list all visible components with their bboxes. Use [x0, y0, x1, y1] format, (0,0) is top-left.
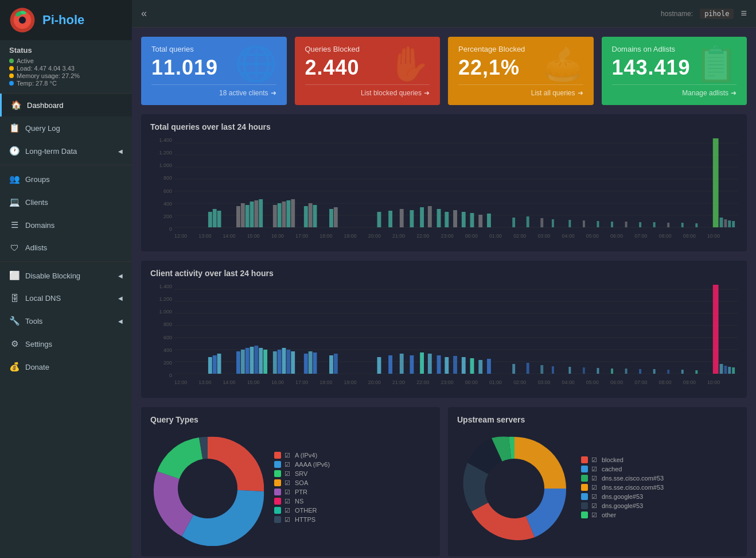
- nav-label-dashboard: Dashboard: [27, 101, 64, 110]
- legend-check: ☑: [285, 507, 291, 514]
- stat-footer-total-queries[interactable]: 18 active clients ➜: [151, 84, 276, 97]
- nav-icon-donate: 💰: [9, 362, 20, 372]
- sidebar-item-settings[interactable]: ⚙ Settings: [0, 332, 132, 355]
- svg-rect-26: [291, 199, 295, 227]
- svg-rect-127: [487, 359, 491, 374]
- menu-icon[interactable]: ≡: [741, 7, 747, 20]
- svg-text:06:00: 06:00: [610, 233, 623, 239]
- legend-check: ☑: [285, 516, 291, 523]
- upstream-donut: [457, 431, 572, 546]
- sidebar: Pi-hole Status Active Load: 4.47 4.04 3.…: [0, 0, 132, 558]
- svg-rect-118: [410, 355, 414, 374]
- sidebar-item-localdns[interactable]: 🗄 Local DNS ◀: [0, 287, 132, 309]
- legend-color: [274, 498, 281, 505]
- legend-item-ns: ☑ NS: [274, 498, 330, 505]
- svg-rect-23: [278, 203, 282, 227]
- collapse-button[interactable]: «: [141, 7, 147, 20]
- sidebar-item-dashboard[interactable]: 🏠 Dashboard: [0, 94, 132, 117]
- svg-point-170: [178, 459, 237, 518]
- svg-text:16:00: 16:00: [271, 379, 284, 385]
- sidebar-item-longterm[interactable]: 🕐 Long-term Data ◀: [0, 140, 132, 162]
- nav-label-domains: Domains: [25, 221, 54, 230]
- svg-rect-136: [625, 369, 628, 374]
- svg-text:21:00: 21:00: [392, 379, 405, 385]
- svg-text:22:00: 22:00: [416, 233, 429, 239]
- stat-arrow-queries-blocked: ➜: [424, 89, 430, 97]
- sidebar-item-disable[interactable]: ⬜ Disable Blocking ◀: [0, 264, 132, 287]
- svg-rect-24: [282, 202, 286, 227]
- svg-rect-129: [527, 363, 529, 374]
- svg-rect-59: [713, 138, 719, 227]
- svg-rect-128: [512, 364, 515, 374]
- legend-check: ☑: [285, 489, 291, 495]
- upstream-legend-item-blocked: ☑ blocked: [581, 456, 664, 463]
- svg-rect-102: [254, 346, 258, 374]
- stat-footer-domains-adlists[interactable]: Manage adlists ➜: [612, 84, 737, 97]
- legend-label: dns.sse.cisco.com#53: [602, 484, 664, 491]
- sidebar-item-groups[interactable]: 👥 Groups: [0, 168, 132, 191]
- sidebar-item-donate[interactable]: 💰 Donate: [0, 355, 132, 378]
- legend-check: ☑: [591, 493, 598, 500]
- sidebar-item-domains[interactable]: ☰ Domains: [0, 214, 132, 237]
- sidebar-item-clients[interactable]: 💻 Clients: [0, 191, 132, 214]
- nav-icon-settings: ⚙: [9, 339, 20, 349]
- query-types-card: Query Types: [141, 407, 440, 556]
- legend-check: ☑: [591, 484, 598, 491]
- stat-footer-queries-blocked[interactable]: List blocked queries ➜: [305, 84, 430, 97]
- stat-footer-percentage-blocked[interactable]: List all queries ➜: [458, 84, 583, 97]
- temp-dot: [9, 81, 14, 86]
- stat-icon-total-queries: 🌐: [235, 44, 278, 84]
- svg-rect-32: [377, 212, 381, 227]
- upstream-legend-item-dns-google-53: ☑ dns.google#53: [581, 502, 664, 509]
- stat-card-percentage-blocked: Percentage Blocked 22,1% 🥧 List all quer…: [448, 37, 594, 105]
- svg-rect-61: [724, 219, 727, 227]
- svg-rect-17: [241, 203, 245, 227]
- svg-text:09:00: 09:00: [683, 233, 696, 239]
- svg-rect-14: [213, 209, 217, 227]
- stat-card-queries-blocked: Queries Blocked 2.440 ✋ List blocked que…: [295, 37, 441, 105]
- svg-rect-60: [720, 218, 723, 227]
- upstream-servers-title: Upstream servers: [457, 415, 738, 424]
- svg-rect-99: [241, 350, 245, 374]
- load-dot: [9, 66, 14, 71]
- queries-chart-area: 12:00 13:00 14:00 15:00 16:00 17:00 18:0…: [174, 137, 738, 243]
- svg-rect-38: [437, 209, 441, 227]
- nav-icon-adlists: 🛡: [9, 243, 20, 253]
- queries-chart-panel: Total queries over last 24 hours 1.400 1…: [141, 114, 747, 251]
- svg-rect-113: [329, 355, 333, 374]
- sidebar-item-adlists[interactable]: 🛡 Adlists: [0, 237, 132, 259]
- nav-label-disable: Disable Blocking: [25, 272, 80, 280]
- legend-check: ☑: [591, 502, 598, 509]
- svg-rect-146: [732, 367, 735, 374]
- chevron-icon-tools: ◀: [118, 318, 123, 324]
- legend-label: PTR: [295, 489, 307, 495]
- svg-rect-138: [653, 369, 656, 374]
- clients-chart-panel: Client activity over last 24 hours 1.400…: [141, 261, 747, 398]
- upstream-servers-card: Upstream servers: [448, 407, 747, 556]
- svg-rect-131: [552, 366, 554, 374]
- legend-color: [581, 475, 588, 482]
- svg-rect-44: [487, 214, 491, 227]
- clients-chart-svg: 12:00 13:00 14:00 15:00 16:00 17:00 18:0…: [174, 284, 738, 390]
- svg-rect-145: [728, 367, 731, 374]
- svg-text:20:00: 20:00: [368, 233, 381, 239]
- svg-rect-42: [470, 213, 474, 227]
- svg-text:05:00: 05:00: [586, 379, 599, 385]
- status-box: Status Active Load: 4.47 4.04 3.43 Memor…: [0, 40, 132, 94]
- svg-rect-103: [259, 348, 263, 374]
- legend-check: ☑: [591, 456, 598, 463]
- svg-text:19:00: 19:00: [344, 379, 357, 385]
- svg-text:09:00: 09:00: [683, 379, 696, 385]
- svg-text:20:00: 20:00: [368, 379, 381, 385]
- svg-rect-135: [611, 369, 613, 374]
- svg-text:23:00: 23:00: [441, 233, 453, 239]
- legend-label: AAAA (IPv6): [295, 461, 330, 468]
- legend-color: [581, 512, 588, 518]
- sidebar-item-tools[interactable]: 🔧 Tools ◀: [0, 309, 132, 332]
- sidebar-item-querylog[interactable]: 📋 Query Log: [0, 117, 132, 140]
- nav-icon-disable: ⬜: [9, 270, 20, 281]
- svg-text:02:00: 02:00: [513, 233, 526, 239]
- svg-text:07:00: 07:00: [634, 233, 647, 239]
- svg-text:18:00: 18:00: [319, 233, 332, 239]
- stat-arrow-domains-adlists: ➜: [731, 89, 736, 97]
